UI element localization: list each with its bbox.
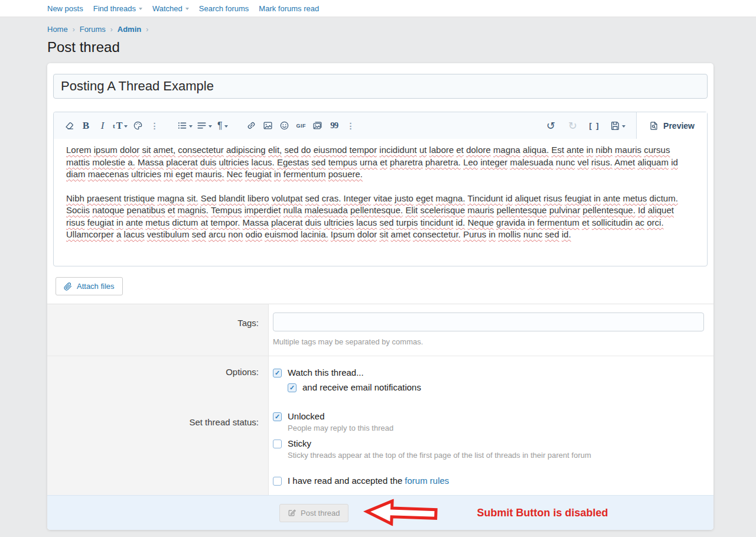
annotation-text: Submit Button is disabled bbox=[477, 507, 608, 519]
options-label: Options: bbox=[47, 356, 269, 406]
save-floppy-icon bbox=[610, 121, 620, 131]
options-content: ✓ Watch this thread... ✓ and receive ema… bbox=[269, 356, 713, 406]
alignment-button[interactable] bbox=[195, 118, 213, 134]
list-icon bbox=[177, 121, 187, 131]
toolbar-insert-group: GIF 99 ⋮ bbox=[244, 118, 358, 134]
form-footer: Post thread Submit Button is disabled bbox=[47, 495, 713, 530]
attach-files-button[interactable]: Attach files bbox=[56, 277, 123, 295]
bold-button[interactable]: B bbox=[79, 118, 93, 134]
italic-icon: I bbox=[101, 120, 105, 132]
text-size-button[interactable]: tT bbox=[112, 118, 129, 134]
nav-watched[interactable]: Watched bbox=[152, 4, 189, 13]
media-gallery-icon bbox=[312, 121, 322, 131]
thread-title-block bbox=[47, 63, 713, 99]
edit-pencil-icon bbox=[288, 509, 296, 517]
nav-search-forums-label: Search forums bbox=[199, 4, 249, 13]
post-thread-form: B I tT ⋮ bbox=[47, 63, 713, 530]
toggle-bbcode-button[interactable]: [ ] bbox=[587, 118, 602, 134]
gif-button[interactable]: GIF bbox=[294, 118, 308, 134]
caret-down-icon bbox=[224, 125, 228, 128]
thread-title-input[interactable] bbox=[53, 74, 708, 99]
editor-textarea[interactable]: Lorem ipsum dolor sit amet, consectetur … bbox=[54, 139, 707, 266]
rich-text-editor: B I tT ⋮ bbox=[53, 112, 708, 266]
caret-down-icon bbox=[185, 8, 189, 10]
toolbar-paragraph-group: ¶ bbox=[176, 118, 230, 134]
email-notify-checkbox[interactable]: ✓ bbox=[288, 383, 296, 392]
form-rows: Tags: Multiple tags may be separated by … bbox=[47, 304, 713, 495]
bbcode-brackets-icon: [ ] bbox=[589, 121, 599, 130]
gif-icon: GIF bbox=[296, 123, 307, 129]
forum-rules-label-spacer bbox=[47, 460, 269, 495]
text-color-button[interactable] bbox=[131, 118, 145, 134]
undo-icon: ↺ bbox=[546, 121, 555, 131]
nav-find-threads[interactable]: Find threads bbox=[93, 4, 142, 13]
emoji-button[interactable] bbox=[277, 118, 292, 134]
insert-link-button[interactable] bbox=[244, 118, 259, 134]
unlocked-option: ✓ Unlocked bbox=[273, 411, 704, 421]
breadcrumb-admin[interactable]: Admin bbox=[118, 25, 141, 34]
email-notify-label: and receive email notifications bbox=[302, 382, 421, 392]
caret-down-icon bbox=[622, 125, 625, 128]
caret-down-icon bbox=[189, 125, 193, 128]
more-format-options-button[interactable]: ⋮ bbox=[147, 118, 162, 134]
insert-quote-button[interactable]: 99 bbox=[327, 118, 341, 134]
breadcrumb-forums[interactable]: Forums bbox=[80, 25, 106, 34]
accept-rules-checkbox[interactable] bbox=[273, 477, 282, 486]
paragraph-format-button[interactable]: ¶ bbox=[215, 118, 230, 134]
forum-rules-link[interactable]: forum rules bbox=[405, 476, 449, 486]
ellipsis-vertical-icon: ⋮ bbox=[347, 121, 355, 131]
nav-mark-forums-read[interactable]: Mark forums read bbox=[259, 4, 319, 13]
smiley-icon bbox=[279, 121, 289, 131]
thread-status-label: Set thread status: bbox=[47, 406, 269, 460]
drafts-button[interactable] bbox=[609, 118, 627, 134]
unlocked-label: Unlocked bbox=[288, 411, 325, 421]
pilcrow-icon: ¶ bbox=[217, 121, 223, 131]
tags-content: Multiple tags may be separated by commas… bbox=[269, 304, 713, 356]
caret-down-icon bbox=[124, 125, 128, 128]
tags-hint: Multiple tags may be separated by commas… bbox=[273, 337, 704, 349]
text-size-icon: t bbox=[113, 122, 115, 129]
paperclip-icon bbox=[64, 282, 72, 291]
sticky-checkbox[interactable] bbox=[273, 440, 282, 448]
nav-search-forums[interactable]: Search forums bbox=[199, 4, 249, 13]
redo-button[interactable]: ↻ bbox=[565, 118, 580, 134]
caret-down-icon bbox=[139, 8, 142, 10]
editor-toolbar: B I tT ⋮ bbox=[54, 112, 707, 139]
insert-image-button[interactable] bbox=[260, 118, 275, 134]
annotation-arrow-icon bbox=[362, 498, 441, 528]
sticky-hint: Sticky threads appear at the top of the … bbox=[288, 451, 704, 460]
forum-rules-row: I have read and accepted theforum rules bbox=[47, 460, 713, 495]
attach-files-label: Attach files bbox=[77, 282, 115, 291]
nav-new-posts[interactable]: New posts bbox=[47, 4, 83, 13]
preview-button[interactable]: Preview bbox=[636, 112, 707, 139]
accept-rules-option: I have read and accepted theforum rules bbox=[273, 476, 704, 486]
breadcrumb-home[interactable]: Home bbox=[47, 25, 68, 34]
toolbar-left: B I tT ⋮ bbox=[54, 112, 543, 139]
italic-button[interactable]: I bbox=[95, 118, 110, 134]
more-insert-options-button[interactable]: ⋮ bbox=[343, 118, 358, 134]
options-row: Options: ✓ Watch this thread... ✓ and re… bbox=[47, 356, 713, 406]
align-icon bbox=[197, 121, 207, 131]
forum-rules-content: I have read and accepted theforum rules bbox=[269, 460, 713, 495]
bold-icon: B bbox=[83, 120, 89, 132]
tags-label: Tags: bbox=[47, 304, 269, 356]
insert-media-button[interactable] bbox=[310, 118, 325, 134]
sticky-option: Sticky bbox=[273, 438, 704, 448]
remove-formatting-button[interactable] bbox=[62, 118, 77, 134]
thread-status-content: ✓ Unlocked People may reply to this thre… bbox=[269, 406, 713, 460]
post-thread-submit-button[interactable]: Post thread bbox=[279, 504, 348, 522]
email-notify-option: ✓ and receive email notifications bbox=[288, 382, 704, 392]
watch-thread-checkbox[interactable]: ✓ bbox=[273, 369, 282, 377]
page-title: Post thread bbox=[47, 39, 756, 56]
accept-rules-prefix: I have read and accepted the bbox=[288, 476, 402, 486]
nav-new-posts-label: New posts bbox=[47, 4, 83, 13]
tags-input[interactable] bbox=[273, 313, 704, 331]
eraser-icon bbox=[64, 121, 74, 131]
top-navbar: New posts Find threads Watched Search fo… bbox=[0, 0, 756, 17]
sticky-label: Sticky bbox=[288, 438, 311, 448]
accept-rules-text: I have read and accepted theforum rules bbox=[288, 476, 449, 486]
unlocked-checkbox[interactable]: ✓ bbox=[273, 412, 282, 421]
undo-button[interactable]: ↺ bbox=[543, 118, 558, 134]
watch-thread-option: ✓ Watch this thread... bbox=[273, 367, 704, 377]
list-button[interactable] bbox=[176, 118, 194, 134]
